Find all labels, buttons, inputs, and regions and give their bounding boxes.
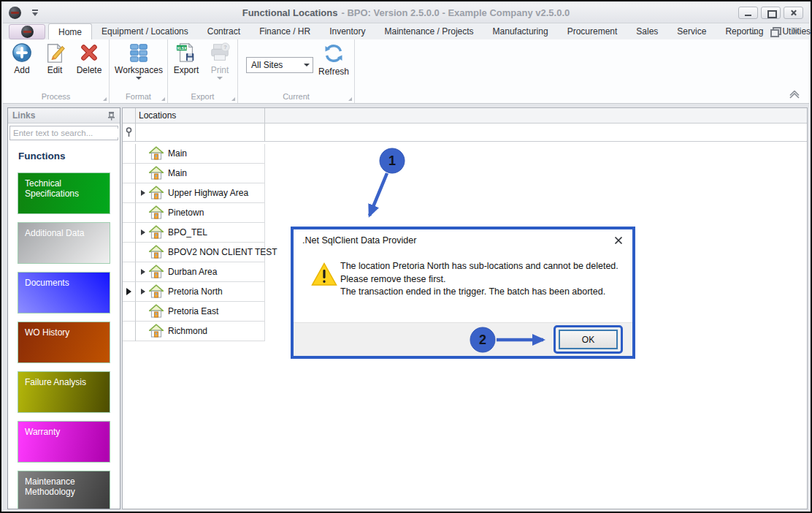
row-indicator-gutter	[123, 262, 136, 282]
expand-arrow-icon	[139, 308, 148, 316]
mdi-restore-icon[interactable]	[770, 26, 779, 36]
mdi-minimize-icon[interactable]	[748, 26, 758, 36]
tab-maintenance-projects[interactable]: Maintenance / Projects	[375, 23, 483, 39]
dialog-footer: OK	[294, 322, 632, 356]
tree-row-cell[interactable]: Pinetown	[136, 203, 265, 223]
function-label: Maintenance Methodology	[25, 476, 103, 497]
dialog-launcher-icon[interactable]	[103, 97, 107, 101]
workspaces-label: Workspaces	[115, 65, 163, 75]
function-wo-history[interactable]: WO History	[18, 322, 110, 363]
mdi-close-icon[interactable]	[791, 26, 800, 36]
expand-arrow-icon[interactable]	[139, 268, 148, 276]
tree-row-cell[interactable]: Upper Highway Area	[136, 183, 265, 203]
dialog-close-icon[interactable]	[613, 235, 624, 246]
tree-header-gutter	[123, 108, 136, 123]
function-label: Warranty	[25, 427, 103, 437]
bpo-logo-icon	[21, 26, 34, 38]
minimize-button[interactable]	[738, 7, 758, 19]
dropdown-caret-icon	[217, 77, 223, 80]
tree-row-cell[interactable]: Main	[136, 164, 265, 183]
tree-row-upper-highway-area[interactable]: Upper Highway Area	[123, 183, 807, 203]
group-label-export: Export	[168, 92, 237, 102]
warning-icon	[311, 262, 337, 286]
tree-row-cell[interactable]: Main	[136, 144, 265, 164]
export-xlsx-icon: XLSX	[175, 42, 197, 64]
location-label: Pretoria East	[168, 306, 218, 316]
application-menu-button[interactable]	[9, 24, 45, 39]
tree-row-cell[interactable]: BPO_TEL	[136, 223, 265, 243]
ok-button-highlight: OK	[554, 325, 623, 354]
tree-row-cell[interactable]: Richmond	[136, 322, 265, 341]
function-maintenance-methodology[interactable]: Maintenance Methodology	[18, 471, 110, 509]
expand-arrow-icon[interactable]	[139, 189, 148, 197]
function-technical-specifications[interactable]: Technical Specifications	[18, 172, 110, 214]
function-label: Failure Analysis	[25, 377, 103, 387]
edit-button[interactable]: Edit	[39, 42, 70, 75]
dialog-launcher-icon[interactable]	[161, 97, 165, 101]
tree-row-main[interactable]: Main	[123, 164, 807, 183]
add-button[interactable]: Add	[6, 42, 38, 75]
filter-row-pin-icon[interactable]	[126, 127, 132, 137]
functions-section-title: Functions	[18, 151, 120, 162]
group-label-current: Current	[238, 92, 354, 102]
maximize-button[interactable]	[761, 7, 781, 19]
dialog-message-line: The location Pretoria North has sub-loca…	[340, 260, 618, 273]
location-house-icon	[149, 324, 164, 338]
filter-row-gutter	[123, 123, 136, 141]
tree-row-cell[interactable]: Pretoria North	[136, 282, 265, 302]
quick-access-dropdown-icon[interactable]	[31, 10, 39, 16]
links-panel-title: Links	[12, 110, 35, 121]
function-buttons: Technical SpecificationsAdditional DataD…	[18, 172, 120, 509]
function-failure-analysis[interactable]: Failure Analysis	[18, 371, 110, 413]
links-panel-header: Links	[8, 108, 120, 123]
locations-column-header[interactable]: Locations	[136, 108, 265, 123]
workspaces-button[interactable]: Workspaces	[113, 42, 164, 80]
dialog-launcher-icon[interactable]	[348, 97, 352, 101]
tab-service[interactable]: Service	[667, 23, 716, 39]
tab-inventory[interactable]: Inventory	[320, 23, 375, 39]
expand-arrow-icon[interactable]	[139, 288, 148, 296]
expand-arrow-icon	[139, 209, 148, 217]
search-input[interactable]	[13, 129, 120, 137]
tree-header-row: Locations	[123, 108, 807, 123]
bpo-logo-icon	[9, 7, 21, 19]
expand-arrow-icon[interactable]	[139, 229, 148, 237]
collapse-ribbon-icon[interactable]	[789, 91, 800, 99]
tab-sales[interactable]: Sales	[627, 23, 667, 39]
dialog-title: .Net SqlClient Data Provider	[302, 235, 416, 246]
expand-arrow-icon	[139, 150, 148, 158]
tab-manufacturing[interactable]: Manufacturing	[483, 23, 558, 39]
filter-row-cell[interactable]	[136, 123, 265, 141]
function-documents[interactable]: Documents	[18, 272, 110, 314]
export-button[interactable]: XLSX Export	[169, 42, 203, 75]
pin-icon[interactable]	[107, 111, 115, 121]
tree-row-cell[interactable]: BPOV2 NON CLIENT TEST	[136, 243, 265, 262]
row-indicator-gutter	[123, 282, 136, 302]
tab-procurement[interactable]: Procurement	[558, 23, 627, 39]
ok-button[interactable]: OK	[559, 330, 618, 349]
tab-home[interactable]: Home	[48, 23, 92, 39]
location-house-icon	[149, 146, 164, 161]
tree-row-cell[interactable]: Pretoria East	[136, 302, 265, 322]
function-additional-data[interactable]: Additional Data	[18, 222, 110, 264]
dialog-launcher-icon[interactable]	[231, 97, 235, 101]
row-indicator-gutter	[123, 164, 136, 183]
tab-equipment-locations[interactable]: Equipment / Locations	[92, 23, 198, 39]
tree-filter-row[interactable]	[123, 123, 807, 142]
sites-dropdown[interactable]: All Sites	[246, 57, 313, 73]
delete-button[interactable]: Delete	[72, 42, 107, 75]
location-label: BPOV2 NON CLIENT TEST	[168, 247, 277, 257]
tree-row-pinetown[interactable]: Pinetown	[123, 203, 807, 223]
refresh-icon	[322, 42, 345, 65]
close-button[interactable]	[784, 7, 803, 19]
function-label: Additional Data	[25, 228, 103, 238]
tab-finance-hr[interactable]: Finance / HR	[250, 23, 320, 39]
refresh-button[interactable]: Refresh	[315, 42, 352, 77]
tree-row-cell[interactable]: Durban Area	[136, 262, 265, 282]
location-house-icon	[149, 284, 164, 299]
tree-row-main[interactable]: Main	[123, 144, 807, 164]
dialog-message-line: Please remove these first.	[340, 273, 618, 286]
function-warranty[interactable]: Warranty	[18, 421, 110, 463]
tab-contract[interactable]: Contract	[198, 23, 250, 39]
selected-row-arrow-icon	[126, 288, 131, 295]
